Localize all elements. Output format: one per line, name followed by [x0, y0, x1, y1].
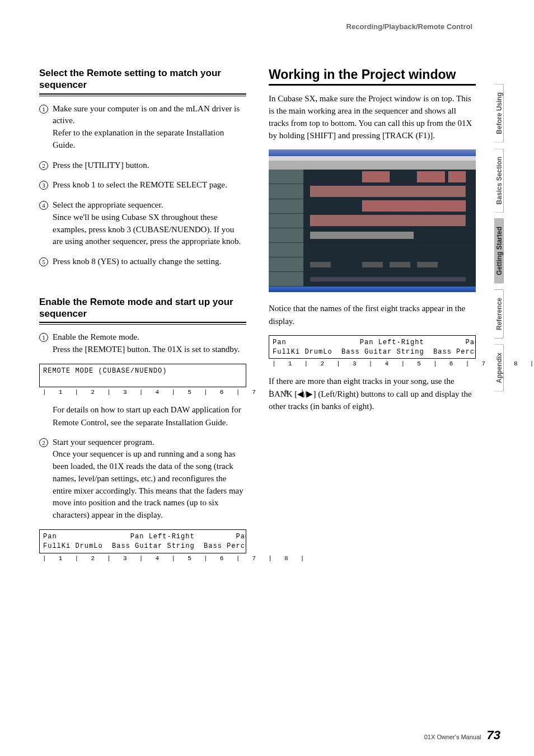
section1-heading: Select the Remote setting to match your … [39, 67, 246, 91]
left-column: Select the Remote setting to match your … [39, 67, 246, 570]
section2-heading: Enable the Remote mode and start up your… [39, 296, 246, 320]
step-text: Start your sequencer program. [53, 438, 154, 447]
after-screenshot-paragraph: Notice that the names of the first eight… [269, 302, 476, 327]
section2-rule [39, 322, 246, 325]
lcd-display-3: Pan Pan Left-Right Page:01/02 FullKi Dru… [269, 335, 476, 359]
right-column: Working in the Project window In Cubase … [269, 67, 476, 570]
lcd-display-1: REMOTE MODE (CUBASE/NUENDO) [39, 364, 246, 388]
step-text: Make sure your computer is on and the mL… [53, 104, 240, 125]
after-lcd-paragraph: If there are more than eight tracks in y… [269, 375, 476, 412]
step-cont: Refer to the explanation in the separate… [53, 128, 224, 149]
lcd-channel-scale: | 1 | 2 | 3 | 4 | 5 | 6 | 7 | 8 | [43, 555, 246, 562]
step-number: 1 [39, 331, 48, 356]
after-lcd1-paragraph: For details on how to start up each DAW … [39, 403, 246, 428]
step-item: 2 Press the [UTILITY] button. [39, 159, 246, 172]
step-item: 1 Make sure your computer is on and the … [39, 103, 246, 152]
step-item: 3 Press knob 1 to select the REMOTE SELE… [39, 179, 246, 191]
tab-before-using[interactable]: Before Using [494, 84, 504, 143]
step-cont: Press the [REMOTE] button. The 01X is se… [53, 345, 240, 354]
tab-appendix[interactable]: Appendix [494, 344, 504, 392]
step-text: Enable the Remote mode. [53, 332, 139, 341]
step-item: 1 Enable the Remote mode. Press the [REM… [39, 331, 246, 356]
tab-reference[interactable]: Reference [494, 289, 504, 339]
page-number: 73 [487, 728, 500, 743]
right-main-rule [269, 84, 476, 86]
step-number: 3 [39, 179, 48, 191]
step-item: 2 Start your sequencer program. Once you… [39, 436, 246, 522]
cubase-project-window-screenshot [269, 149, 476, 292]
right-main-heading: Working in the Project window [269, 67, 476, 83]
step-text: Press knob 1 to select the REMOTE SELECT… [53, 180, 227, 189]
step-number: 2 [39, 159, 48, 172]
step-text: Select the appropriate sequencer. [53, 200, 163, 209]
section1-rule [39, 93, 246, 96]
footer-label: 01X Owner's Manual [424, 734, 481, 740]
step-item: 4 Select the appropriate sequencer. Sinc… [39, 199, 246, 248]
lcd-channel-scale: | 1 | 2 | 3 | 4 | 5 | 6 | 7 | 8 | [272, 360, 476, 367]
step-cont: Once your sequencer is up and running an… [53, 449, 243, 519]
tab-getting-started[interactable]: Getting Started [494, 218, 504, 284]
lcd-channel-scale: | 1 | 2 | 3 | 4 | 5 | 6 | 7 | 8 | [43, 389, 246, 396]
page-footer: 01X Owner's Manual 73 [424, 728, 500, 743]
step-number: 5 [39, 256, 48, 268]
step-number: 2 [39, 436, 48, 522]
step-item: 5 Press knob 8 (YES) to actually change … [39, 256, 246, 268]
right-intro-paragraph: In Cubase SX, make sure the Project wind… [269, 92, 476, 142]
step-number: 4 [39, 199, 48, 248]
tab-basics-section[interactable]: Basics Section [494, 148, 504, 213]
lcd-display-2: Pan Pan Left-Right Page:01/02 FullKi Dru… [39, 529, 246, 553]
step-text: Press knob 8 (YES) to actually change th… [53, 257, 221, 266]
running-header: Recording/Playback/Remote Control [346, 22, 472, 31]
step-cont: Since we'll be using Cubase SX throughou… [53, 213, 241, 246]
side-tabs: Before Using Basics Section Getting Star… [494, 84, 504, 391]
step-text: Press the [UTILITY] button. [53, 161, 149, 170]
step-number: 1 [39, 103, 48, 152]
